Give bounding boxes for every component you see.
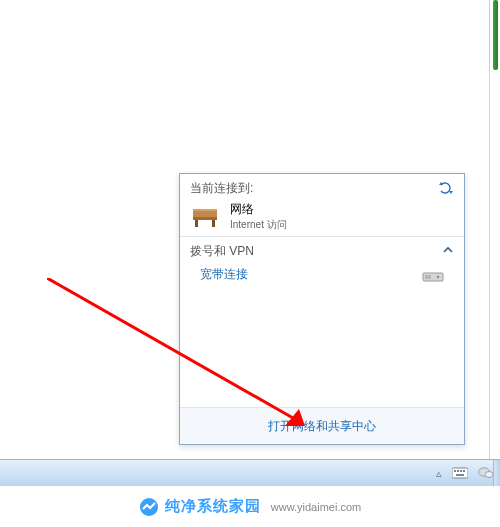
svg-rect-4 [195,220,198,227]
dialup-item-label: 宽带连接 [200,266,248,283]
watermark-url: www.yidaimei.com [271,501,361,513]
connection-row[interactable]: 网络 Internet 访问 [190,201,454,232]
open-network-center-button[interactable]: 打开网络和共享中心 [262,417,382,436]
refresh-icon[interactable] [438,180,454,196]
svg-rect-3 [193,217,217,220]
side-accent [493,0,498,70]
svg-rect-13 [454,470,456,472]
svg-rect-8 [425,275,431,279]
dialup-heading: 拨号和 VPN [190,244,254,258]
svg-point-19 [485,472,493,478]
svg-rect-14 [457,470,459,472]
connection-status: Internet 访问 [230,218,287,232]
dialup-item[interactable]: 宽带连接 [190,260,454,289]
connection-name: 网络 [230,202,254,216]
modem-icon [422,267,444,283]
current-connection-heading: 当前连接到: [190,181,253,195]
svg-rect-6 [193,209,217,211]
tray-chevron-icon[interactable]: ▵ [436,467,442,480]
connection-text: 网络 Internet 访问 [230,201,287,232]
watermark-strip: 纯净系统家园 www.yidaimei.com [0,486,500,527]
svg-rect-12 [452,468,468,478]
taskbar: ▵ [0,459,500,486]
dialup-vpn-section: 拨号和 VPN 宽带连接 [180,237,464,407]
current-connection-section: 当前连接到: 网络 Internet 访问 [180,174,464,236]
svg-rect-15 [460,470,462,472]
svg-rect-16 [463,470,465,472]
chat-icon[interactable] [478,466,494,480]
network-flyout: 当前连接到: 网络 Internet 访问 [179,173,465,445]
ime-icon[interactable] [452,466,468,480]
watermark-text: 纯净系统家园 [165,497,261,516]
svg-point-9 [437,275,440,278]
svg-rect-17 [456,474,464,476]
svg-rect-2 [193,211,217,217]
chevron-up-icon[interactable] [442,244,454,256]
flyout-footer: 打开网络和共享中心 [180,407,464,444]
svg-marker-1 [449,191,453,194]
show-desktop-button[interactable] [493,460,500,486]
svg-rect-5 [212,220,215,227]
system-tray: ▵ [436,460,494,486]
watermark-logo-icon [139,497,159,517]
network-bench-icon [190,203,224,231]
